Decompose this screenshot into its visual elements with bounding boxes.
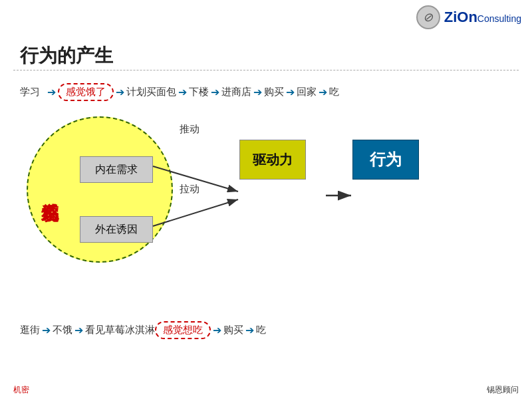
arrow-bottom-1: ➔ [42,324,51,336]
flow-item-store: 进商店 [221,86,251,98]
arrow-icon-7: ➔ [319,86,327,98]
outer-induce-box: 外在诱因 [80,216,153,243]
flow-item-home: 回家 [297,86,317,98]
main-content: 学习 ➔ 感觉饿了 ➔ 计划买面包 ➔ 下楼 ➔ 进商店 ➔ 购买 ➔ 回家 ➔… [0,76,532,379]
flow-item-downstairs: 下楼 [189,86,209,98]
highlighted-feel-hungry: 感觉饿了 [58,83,114,101]
footer-company: 锡恩顾问 [487,384,519,396]
arrow-icon-3: ➔ [178,86,187,98]
flow-item-plan: 计划买面包 [126,86,176,98]
arrow-icon-1: ➔ [47,86,56,98]
header: ⊘ ZiOnConsulting [406,0,532,35]
arrow-bottom-4: ➔ [245,324,254,336]
brand-consulting: Consulting [477,13,521,24]
brand-zion: ZiOn [444,9,477,25]
flow-row-bottom: 逛街 ➔ 不饿 ➔ 看见草莓冰淇淋 感觉想吃 ➔ 购买 ➔ 吃 [20,321,525,339]
flow-item-eat: 吃 [329,86,339,98]
arrow-icon-5: ➔ [253,86,262,98]
drive-box: 驱动力 [239,140,306,180]
arrow-icon-4: ➔ [211,86,219,98]
arrow-bottom-3: ➔ [213,324,221,336]
arrow-icon-2: ➔ [116,86,124,98]
flow-start-label: 学习 [20,86,40,98]
sensation-area: 感觉系统 内在需求 外在诱因 [27,116,173,263]
flow-bottom-eat: 吃 [256,324,266,336]
push-label: 推动 [180,123,200,136]
logo-icon: ⊘ [416,5,440,29]
arrow-bottom-2: ➔ [74,324,83,336]
arrow-icon-6: ➔ [286,86,295,98]
highlighted-want-eat: 感觉想吃 [155,321,211,339]
pull-label: 拉动 [180,183,200,196]
footer-confidential: 机密 [13,384,29,396]
brand-name: ZiOnConsulting [444,9,521,26]
flow-bottom-buy: 购买 [223,324,243,336]
flow-bottom-stroll: 逛街 [20,324,40,336]
behavior-box: 行为 [352,140,419,180]
flow-bottom-saw: 看见草莓冰淇淋 [85,324,155,336]
footer: 机密 锡恩顾问 [0,384,532,396]
divider [13,70,519,70]
flow-item-buy: 购买 [264,86,284,98]
inner-need-box: 内在需求 [80,156,153,183]
flow-bottom-nothungry: 不饿 [53,324,72,336]
flow-row-top: 学习 ➔ 感觉饿了 ➔ 计划买面包 ➔ 下楼 ➔ 进商店 ➔ 购买 ➔ 回家 ➔… [20,83,525,101]
page-title: 行为的产生 [20,43,113,68]
